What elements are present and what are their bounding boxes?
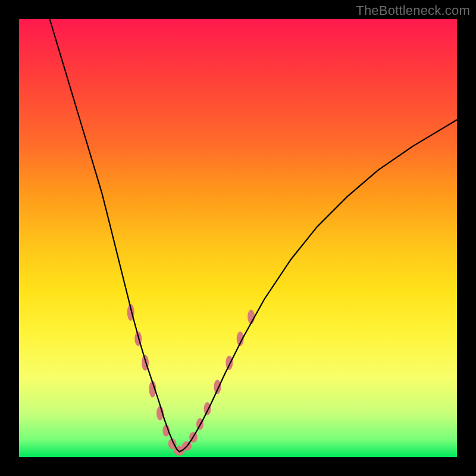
watermark-text: TheBottleneck.com [356,3,470,18]
chart-frame: TheBottleneck.com [0,0,476,476]
plot-area [19,19,457,457]
highlight-blob [226,356,233,370]
curve-left-branch [50,19,180,452]
highlight-blob [204,402,211,415]
chart-svg [19,19,457,457]
highlight-markers [127,304,255,456]
highlight-blob [214,380,221,394]
curve-right-branch [179,120,457,452]
